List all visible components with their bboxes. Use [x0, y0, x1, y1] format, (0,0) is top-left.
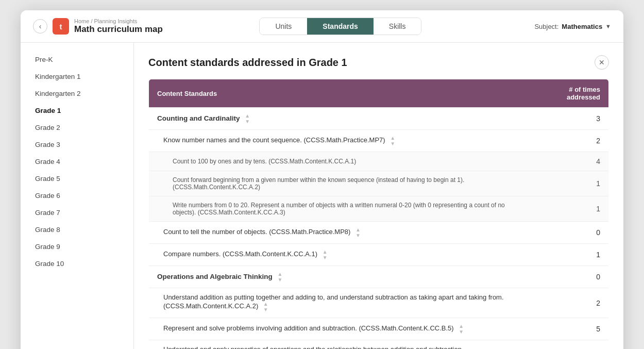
sidebar: Pre-K Kindergarten 1 Kindergarten 2 Grad… — [21, 43, 134, 349]
table-row: Counting and Cardinality ▲▼ 3 — [149, 108, 609, 130]
sort-arrows-icon[interactable]: ▲▼ — [390, 135, 395, 146]
header-title-block: Home / Planning Insights Math curriculum… — [74, 18, 163, 35]
table-row: Compare numbers. (CCSS.Math.Content.K.CC… — [149, 244, 609, 266]
table-row: Represent and solve problems involving a… — [149, 318, 609, 340]
standard-text: Compare numbers. (CCSS.Math.Content.K.CC… — [149, 244, 527, 266]
count-value: 1 — [527, 244, 609, 266]
sidebar-item-prek[interactable]: Pre-K — [21, 51, 133, 68]
header: ‹ t Home / Planning Insights Math curric… — [21, 10, 623, 43]
standards-table: Content Standards # of times addressed C… — [148, 79, 609, 349]
tab-group: Units Standards Skills — [259, 18, 421, 35]
standard-text: Understand and apply properties of opera… — [149, 340, 527, 350]
sidebar-item-grade4[interactable]: Grade 4 — [21, 153, 133, 170]
standard-text: Operations and Algebraic Thinking ▲▼ — [149, 266, 527, 288]
sort-arrows-icon[interactable]: ▲▼ — [278, 271, 283, 282]
count-value: 3 — [527, 108, 609, 130]
sidebar-item-grade7[interactable]: Grade 7 — [21, 204, 133, 221]
sidebar-item-k2[interactable]: Kindergarten 2 — [21, 85, 133, 102]
back-button[interactable]: ‹ — [33, 19, 47, 34]
col-standards-header: Content Standards — [149, 79, 527, 108]
subject-label: Subject: — [534, 23, 558, 30]
standard-text: Know number names and the count sequence… — [149, 130, 527, 152]
sort-arrows-icon[interactable]: ▲▼ — [263, 301, 268, 312]
standard-text: Counting and Cardinality ▲▼ — [149, 108, 527, 130]
sidebar-item-grade3[interactable]: Grade 3 — [21, 136, 133, 153]
sidebar-item-grade5[interactable]: Grade 5 — [21, 170, 133, 187]
sidebar-item-grade9[interactable]: Grade 9 — [21, 238, 133, 255]
table-row: Count forward beginning from a given num… — [149, 171, 609, 196]
sort-arrows-icon[interactable]: ▲▼ — [323, 249, 328, 260]
count-value: 0 — [527, 222, 609, 244]
app-window: ‹ t Home / Planning Insights Math curric… — [21, 10, 623, 349]
count-value: 0 — [527, 266, 609, 288]
breadcrumb: Home / Planning Insights — [74, 18, 163, 24]
standard-text: Count to 100 by ones and by tens. (CCSS.… — [149, 152, 527, 171]
count-value: 2 — [527, 130, 609, 152]
table-row: Understand and apply properties of opera… — [149, 340, 609, 350]
count-value: 4 — [527, 152, 609, 171]
content-header: Content standards addressed in Grade 1 ✕ — [148, 55, 609, 70]
count-value — [527, 340, 609, 350]
sort-arrows-icon[interactable]: ▲▼ — [459, 323, 464, 335]
col-count-header: # of times addressed — [527, 79, 609, 108]
close-button[interactable]: ✕ — [595, 55, 609, 70]
header-center: Units Standards Skills — [171, 18, 510, 35]
table-row: Count to tell the number of objects. (CC… — [149, 222, 609, 244]
table-header: Content Standards # of times addressed — [149, 79, 609, 108]
header-left: ‹ t Home / Planning Insights Math curric… — [33, 18, 163, 35]
subject-dropdown-arrow[interactable]: ▼ — [605, 23, 611, 29]
sidebar-item-k1[interactable]: Kindergarten 1 — [21, 68, 133, 85]
standard-text: Count to tell the number of objects. (CC… — [149, 222, 527, 244]
table-row: Operations and Algebraic Thinking ▲▼ 0 — [149, 266, 609, 288]
sidebar-item-grade8[interactable]: Grade 8 — [21, 221, 133, 238]
page-title: Math curriculum map — [74, 24, 163, 35]
tab-units[interactable]: Units — [260, 18, 307, 35]
table-row: Count to 100 by ones and by tens. (CCSS.… — [149, 152, 609, 171]
table-row: Write numbers from 0 to 20. Represent a … — [149, 196, 609, 222]
sort-arrows-icon[interactable]: ▲▼ — [245, 113, 250, 124]
table-row: Understand addition as putting together … — [149, 288, 609, 318]
header-right: Subject: Mathematics ▼ — [518, 23, 611, 30]
sidebar-item-grade1[interactable]: Grade 1 — [21, 102, 133, 119]
count-value: 5 — [527, 318, 609, 340]
sort-arrows-icon[interactable]: ▲▼ — [355, 227, 361, 238]
sidebar-item-grade6[interactable]: Grade 6 — [21, 187, 133, 204]
body: Pre-K Kindergarten 1 Kindergarten 2 Grad… — [21, 43, 623, 349]
content-title: Content standards addressed in Grade 1 — [148, 57, 347, 69]
sidebar-item-grade2[interactable]: Grade 2 — [21, 119, 133, 136]
main-content: Content standards addressed in Grade 1 ✕… — [134, 43, 623, 349]
table-body: Counting and Cardinality ▲▼ 3 Know numbe… — [149, 108, 609, 350]
count-value: 1 — [527, 196, 609, 222]
sidebar-item-grade10[interactable]: Grade 10 — [21, 255, 133, 272]
tab-standards[interactable]: Standards — [307, 18, 373, 35]
standard-text: Count forward beginning from a given num… — [149, 171, 527, 196]
count-value: 1 — [527, 171, 609, 196]
standard-text: Write numbers from 0 to 20. Represent a … — [149, 196, 527, 222]
app-logo: t — [53, 18, 69, 35]
standard-text: Understand addition as putting together … — [149, 288, 527, 318]
count-value: 2 — [527, 288, 609, 318]
tab-skills[interactable]: Skills — [374, 18, 421, 35]
table-row: Know number names and the count sequence… — [149, 130, 609, 152]
standard-text: Represent and solve problems involving a… — [149, 318, 527, 340]
subject-value: Mathematics — [562, 23, 602, 30]
